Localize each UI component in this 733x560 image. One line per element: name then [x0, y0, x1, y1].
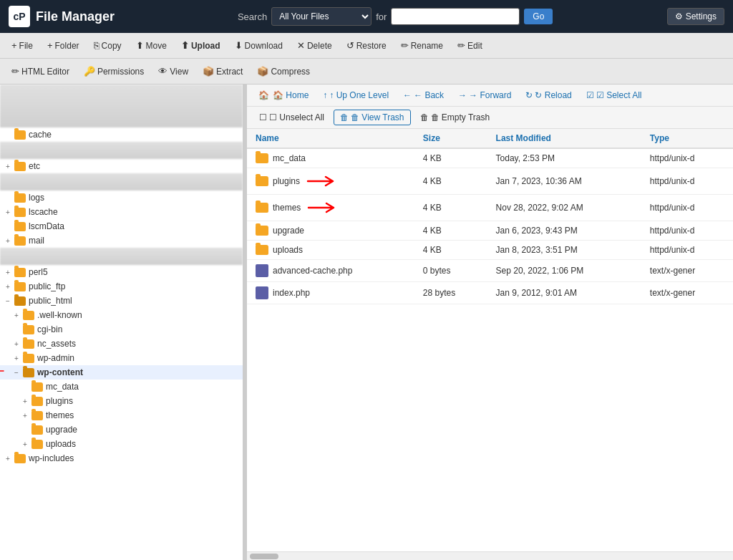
sidebar-item-lscache[interactable]: + lscache: [0, 205, 243, 219]
col-type[interactable]: Type: [641, 129, 733, 148]
unselect-all-button[interactable]: ☐ ☐ Unselect All: [253, 110, 331, 125]
table-row[interactable]: advanced-cache.php0 bytesSep 20, 2022, 1…: [247, 260, 733, 282]
col-modified[interactable]: Last Modified: [487, 129, 641, 148]
sidebar-item-themes[interactable]: + themes: [0, 408, 243, 423]
folder-icon: [14, 296, 26, 306]
delete-button[interactable]: ✕Delete: [291, 37, 338, 54]
sidebar-item-wp-includes[interactable]: + wp-includes: [0, 451, 243, 465]
uncheck-icon: ☐: [259, 112, 267, 122]
table-row[interactable]: plugins4 KBJan 7, 2023, 10:36 AMhttpd/un…: [247, 168, 733, 195]
search-scope-select[interactable]: All Your Files: [271, 7, 372, 26]
cell-modified: Today, 2:53 PM: [487, 148, 641, 168]
sidebar-item-public-html[interactable]: − public_html: [0, 294, 243, 308]
folder-icon: [256, 226, 268, 236]
folder-icon: [256, 203, 268, 213]
folder-icon: [14, 236, 26, 246]
sidebar-item-logs[interactable]: logs: [0, 190, 243, 205]
cell-modified: Jan 8, 2023, 3:51 PM: [487, 241, 641, 260]
home-button[interactable]: 🏠 🏠 Home: [253, 88, 314, 102]
copy-button[interactable]: ⎘Copy: [88, 37, 127, 54]
sidebar-item-cache[interactable]: cache: [0, 127, 243, 142]
table-row[interactable]: index.php28 bytesJan 9, 2012, 9:01 AMtex…: [247, 282, 733, 304]
col-size[interactable]: Size: [414, 129, 487, 148]
cell-name: themes: [247, 195, 414, 221]
settings-button[interactable]: ⚙ Settings: [667, 8, 724, 25]
col-name[interactable]: Name: [247, 129, 414, 148]
back-button[interactable]: ← ← Back: [397, 88, 450, 102]
sidebar-item-etc[interactable]: + etc: [0, 159, 243, 173]
empty-trash-button[interactable]: 🗑 🗑 Empty Trash: [414, 110, 497, 125]
table-row[interactable]: themes4 KBNov 28, 2022, 9:02 AMhttpd/uni…: [247, 195, 733, 221]
up-one-level-button[interactable]: ↑ ↑ Up One Level: [317, 88, 394, 102]
header: cP File Manager Search All Your Files fo…: [0, 0, 733, 33]
home-icon: 🏠: [258, 90, 269, 100]
blurred-row: [0, 248, 243, 265]
new-folder-button[interactable]: +Folder: [42, 37, 85, 54]
sidebar-item-mail[interactable]: + mail: [0, 233, 243, 248]
name-cell: mc_data: [256, 153, 406, 163]
table-row[interactable]: upgrade4 KBJan 6, 2023, 9:43 PMhttpd/uni…: [247, 221, 733, 241]
view-trash-button[interactable]: 🗑 🗑 View Trash: [334, 110, 410, 125]
forward-button[interactable]: → → Forward: [452, 88, 517, 102]
sidebar-item-perl5[interactable]: + perl5: [0, 265, 243, 279]
cell-modified: Jan 7, 2023, 10:36 AM: [487, 168, 641, 195]
search-input[interactable]: [391, 8, 520, 25]
edit-button[interactable]: ✏Edit: [452, 37, 488, 54]
sidebar-item-plugins[interactable]: + plugins: [0, 394, 243, 408]
file-name: themes: [273, 203, 301, 213]
sidebar-item-wp-admin[interactable]: + wp-admin: [0, 351, 243, 365]
trash-icon: 🗑: [340, 112, 349, 122]
select-all-button[interactable]: ☑ ☑ Select All: [581, 88, 648, 102]
view-button[interactable]: 👁View: [152, 63, 194, 79]
cell-modified: Nov 28, 2022, 9:02 AM: [487, 195, 641, 221]
up-icon: ↑: [323, 90, 327, 100]
name-cell: themes: [256, 199, 406, 216]
file-panel: 🏠 🏠 Home ↑ ↑ Up One Level ← ← Back → → F…: [247, 85, 733, 560]
rename-button[interactable]: ✏Rename: [395, 37, 449, 54]
restore-icon: ↺: [346, 40, 354, 51]
item-label: logs: [29, 193, 44, 203]
extract-button[interactable]: 📦Extract: [197, 63, 248, 79]
toggle-icon: +: [6, 237, 14, 245]
folder-icon: [14, 130, 26, 140]
item-label: themes: [46, 410, 74, 420]
sidebar-item-cgi-bin[interactable]: cgi-bin: [0, 322, 243, 337]
sidebar-item-mc-data[interactable]: mc_data: [0, 380, 243, 394]
item-label: cache: [29, 130, 52, 140]
horizontal-scrollbar[interactable]: [247, 551, 733, 560]
sidebar-item-wp-content[interactable]: − wp-content: [0, 365, 243, 380]
toggle-icon: +: [6, 163, 14, 170]
html-editor-button[interactable]: ✏HTML Editor: [6, 63, 75, 79]
folder-icon: [256, 153, 268, 163]
cell-modified: Jan 9, 2012, 9:01 AM: [487, 282, 641, 304]
sidebar-item-public-ftp[interactable]: + public_ftp: [0, 279, 243, 294]
sidebar-item-nc-assets[interactable]: + nc_assets: [0, 337, 243, 351]
table-row[interactable]: uploads4 KBJan 8, 2023, 3:51 PMhttpd/uni…: [247, 241, 733, 260]
for-label: for: [376, 11, 387, 22]
table-row[interactable]: mc_data4 KBToday, 2:53 PMhttpd/unix-d: [247, 148, 733, 168]
item-label: .well-known: [37, 310, 82, 320]
file-table: Name Size Last Modified Type mc_data4 KB…: [247, 129, 733, 304]
sidebar-item-well-known[interactable]: + .well-known: [0, 308, 243, 322]
move-button[interactable]: ⬆Move: [130, 37, 173, 54]
upload-button[interactable]: ⬆Upload: [175, 37, 226, 54]
cpanel-logo-icon: cP: [9, 6, 30, 27]
compress-button[interactable]: 📦Compress: [251, 63, 316, 79]
cell-type: httpd/unix-d: [641, 241, 733, 260]
toggle-icon: +: [14, 312, 23, 319]
reload-button[interactable]: ↻ ↻ Reload: [520, 88, 577, 102]
cell-name: mc_data: [247, 148, 414, 168]
permissions-button[interactable]: 🔑Permissions: [78, 63, 150, 79]
restore-button[interactable]: ↺Restore: [341, 37, 392, 54]
sidebar-item-upgrade[interactable]: upgrade: [0, 423, 243, 437]
download-button[interactable]: ⬇Download: [229, 37, 288, 54]
new-file-button[interactable]: +File: [6, 37, 39, 54]
go-button[interactable]: Go: [524, 9, 553, 24]
item-label: lscache: [29, 207, 58, 217]
toggle-icon: −: [6, 297, 14, 305]
item-label: cgi-bin: [37, 324, 62, 334]
sidebar-item-lscmdata[interactable]: lscmData: [0, 219, 243, 233]
sidebar-item-uploads[interactable]: + uploads: [0, 437, 243, 451]
folder-icon: [23, 339, 34, 349]
item-label: lscmData: [29, 221, 64, 231]
